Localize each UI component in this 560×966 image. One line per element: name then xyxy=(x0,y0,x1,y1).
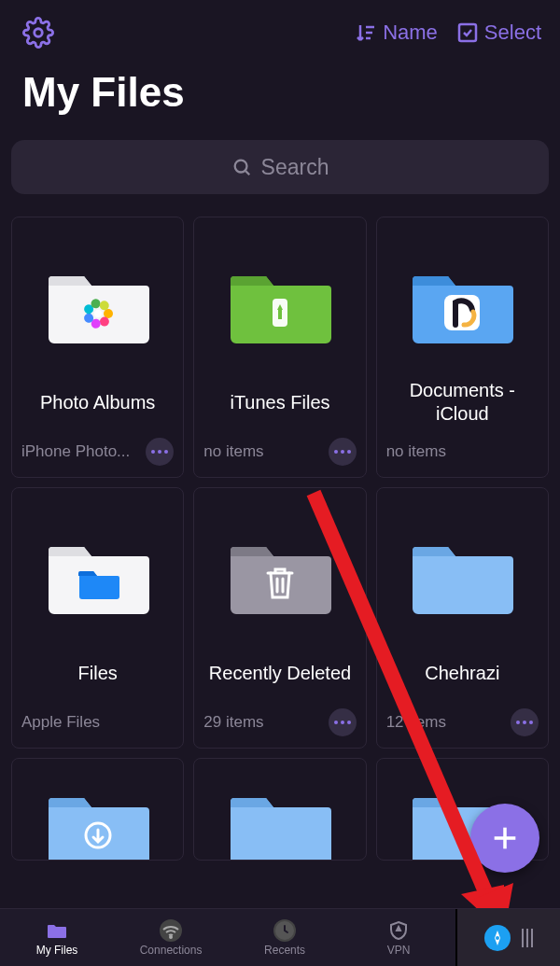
top-bar: Name Select xyxy=(0,0,560,58)
tab-bar: My Files Connections Recents VPN xyxy=(0,908,560,966)
folder-name: Photo Albums xyxy=(21,378,174,427)
folder-icon xyxy=(203,231,356,378)
search-icon xyxy=(231,157,252,177)
folder-tile-files[interactable]: Files Apple Files xyxy=(11,487,184,749)
tab-connections[interactable]: Connections xyxy=(114,909,228,966)
sort-button[interactable]: Name xyxy=(355,21,438,45)
folder-name: iTunes Files xyxy=(203,378,356,427)
folder-tile-chehrazi[interactable]: Chehrazi 12 items xyxy=(376,487,549,749)
folder-subtitle: no items xyxy=(203,442,263,461)
folder-icon xyxy=(386,501,539,649)
folder-tile-documents-icloud[interactable]: Documents - iCloud no items xyxy=(376,217,549,478)
drag-handle-icon xyxy=(522,929,533,947)
search-input[interactable]: Search xyxy=(11,140,549,194)
folder-icon xyxy=(386,231,539,378)
svg-point-0 xyxy=(35,29,43,37)
settings-button[interactable] xyxy=(22,17,54,49)
folder-icon xyxy=(21,501,174,649)
folder-tile-partial[interactable] xyxy=(11,758,184,861)
page-title: My Files xyxy=(0,58,560,134)
svg-point-13 xyxy=(104,309,113,318)
folder-more-button[interactable] xyxy=(329,708,357,736)
svg-line-12 xyxy=(245,171,249,175)
tab-my-files[interactable]: My Files xyxy=(0,909,114,966)
compass-icon xyxy=(484,925,511,951)
folder-subtitle: 29 items xyxy=(203,713,263,732)
clock-icon xyxy=(273,919,296,942)
plus-icon xyxy=(489,822,521,854)
tab-label: VPN xyxy=(387,944,411,957)
wifi-icon xyxy=(160,919,182,942)
folder-subtitle: 12 items xyxy=(386,713,446,732)
tab-label: Connections xyxy=(140,944,203,957)
tab-vpn[interactable]: VPN xyxy=(342,909,455,966)
select-button[interactable]: Select xyxy=(456,21,541,45)
folder-name: Chehrazi xyxy=(386,649,539,697)
folder-icon xyxy=(21,785,174,861)
select-label: Select xyxy=(484,21,541,45)
folder-icon xyxy=(203,785,356,861)
folder-subtitle: Apple Files xyxy=(21,713,100,732)
folder-grid: Photo Albums iPhone Photo... iTunes File… xyxy=(0,217,560,749)
gear-icon xyxy=(22,17,54,49)
checkbox-icon xyxy=(456,21,479,44)
folder-name: Files xyxy=(21,649,174,697)
svg-point-11 xyxy=(234,161,246,173)
folder-more-button[interactable] xyxy=(146,438,174,466)
folder-tile-recently-deleted[interactable]: Recently Deleted 29 items xyxy=(193,487,366,749)
folder-subtitle: iPhone Photo... xyxy=(21,442,130,461)
folder-icon xyxy=(46,919,68,942)
folder-tile-partial[interactable] xyxy=(193,758,366,861)
folder-icon xyxy=(203,501,356,649)
folder-tile-photo-albums[interactable]: Photo Albums iPhone Photo... xyxy=(11,217,184,478)
svg-rect-22 xyxy=(278,310,282,319)
folder-name: Documents - iCloud xyxy=(386,378,539,427)
tab-label: Recents xyxy=(264,944,305,957)
folder-icon xyxy=(21,231,174,378)
add-button[interactable] xyxy=(470,804,539,873)
tab-label: My Files xyxy=(36,944,78,957)
tab-browser[interactable] xyxy=(455,909,560,966)
sort-label: Name xyxy=(383,21,438,45)
folder-tile-itunes[interactable]: iTunes Files no items xyxy=(193,217,366,478)
sort-icon xyxy=(355,21,377,44)
shield-icon xyxy=(387,919,410,942)
svg-point-20 xyxy=(94,310,102,317)
folder-subtitle: no items xyxy=(386,442,446,461)
folder-more-button[interactable] xyxy=(511,708,539,736)
search-placeholder: Search xyxy=(261,155,329,180)
folder-more-button[interactable] xyxy=(329,438,357,466)
folder-name: Recently Deleted xyxy=(203,649,356,697)
tab-recents[interactable]: Recents xyxy=(228,909,342,966)
svg-point-32 xyxy=(170,936,172,938)
svg-point-35 xyxy=(496,936,499,940)
